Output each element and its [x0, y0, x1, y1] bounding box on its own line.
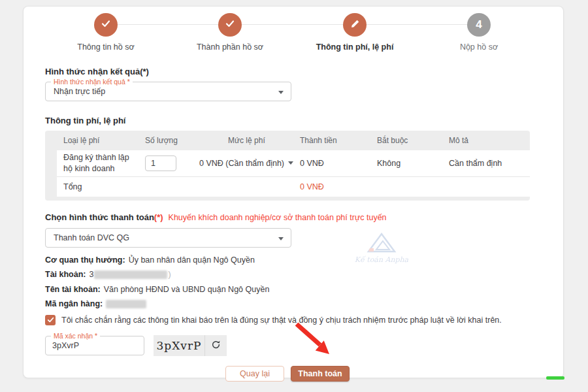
check-icon	[101, 18, 111, 31]
page: { "stepper": { "steps": [ { "label": "Th…	[0, 0, 588, 392]
amount-cell: 0 VNĐ	[293, 159, 370, 168]
col-header-required: Bắt buộc	[370, 136, 442, 145]
refresh-icon	[211, 340, 221, 352]
result-method-heading: Hình thức nhận kết quả(*)	[45, 67, 530, 76]
green-indicator-bar	[546, 376, 564, 380]
step-2-circle[interactable]	[218, 13, 242, 37]
beneficiary-info: Cơ quan thụ hưởng: Ủy ban nhân dân quận …	[45, 255, 530, 309]
quantity-input[interactable]	[145, 155, 176, 171]
result-method-select[interactable]: Hình thức nhận kết quả * Nhận trực tiếp	[45, 82, 291, 101]
payment-heading-row: Chọn hình thức thanh toán(*) Khuyến khíc…	[45, 212, 530, 222]
step-1-circle[interactable]	[94, 13, 118, 37]
col-header-quantity: Số lượng	[139, 136, 221, 145]
total-label: Tổng	[57, 182, 139, 191]
back-button[interactable]: Quay lại	[225, 366, 284, 382]
wizard-card: Thông tin hồ sơ Thành phần hồ sơ Thông t…	[23, 6, 564, 378]
fee-table-total-row: Tổng 0 VNĐ	[57, 177, 530, 197]
payment-note: Khuyến khích doanh nghiệp/cơ sở thanh to…	[169, 213, 387, 222]
step-thanh-phan-ho-so[interactable]: Thành phần hồ sơ	[174, 13, 286, 52]
step-4-label: Nộp hồ sơ	[423, 42, 534, 52]
total-value: 0 VNĐ	[293, 182, 370, 191]
step-3-label: Thông tin phí, lệ phí	[299, 42, 410, 52]
step-thong-tin-phi[interactable]: Thông tin phí, lệ phí	[299, 13, 410, 52]
captcha-field-label: Mã xác nhận *	[51, 332, 100, 340]
agency-value: Ủy ban nhân dân quận Ngô Quyền	[129, 255, 255, 265]
confirmation-checkbox[interactable]	[45, 315, 56, 325]
account-line: Tài khoản: 3 )	[45, 270, 530, 279]
col-header-fee-level: Mức lệ phí	[221, 136, 293, 145]
chevron-down-icon	[278, 237, 284, 240]
stepper: Thông tin hồ sơ Thành phần hồ sơ Thông t…	[24, 7, 563, 61]
required-cell: Không	[370, 159, 442, 168]
check-icon	[47, 314, 54, 326]
bank-code-line: Mã ngân hàng:	[45, 299, 530, 308]
step-4-number: 4	[476, 18, 482, 31]
pencil-icon	[350, 19, 360, 31]
account-prefix: 3	[90, 270, 94, 279]
account-name-label: Tên tài khoản:	[45, 285, 101, 294]
payment-method-heading: Chọn hình thức thanh toán(*)	[45, 212, 163, 222]
fee-section-heading: Thông tin phí, lệ phí	[45, 116, 530, 125]
result-method-value: Nhận trực tiếp	[54, 87, 105, 96]
chevron-down-icon	[278, 91, 284, 94]
fee-table: Loại lệ phí Số lượng Mức lệ phí Thành ti…	[45, 131, 530, 201]
agency-label: Cơ quan thụ hưởng:	[45, 255, 125, 265]
fee-level-select[interactable]: 0 VNĐ (Cần thẩm định)	[221, 159, 293, 168]
step-2-label: Thành phần hồ sơ	[174, 42, 286, 52]
agency-line: Cơ quan thụ hưởng: Ủy ban nhân dân quận …	[45, 255, 530, 265]
bank-code-label: Mã ngân hàng:	[45, 299, 103, 308]
action-buttons: Quay lại Thanh toán	[45, 366, 530, 382]
fee-level-value: 0 VNĐ (Cần thẩm định)	[199, 159, 284, 168]
account-number-redacted	[94, 270, 167, 279]
required-star: (*)	[154, 212, 163, 222]
confirmation-row: Tôi chắc chắn rằng các thông tin khai bá…	[45, 315, 530, 325]
step-thong-tin-ho-so[interactable]: Thông tin hồ sơ	[50, 13, 161, 52]
chevron-down-icon	[288, 161, 293, 165]
step-1-label: Thông tin hồ sơ	[50, 42, 161, 52]
account-label: Tài khoản:	[45, 270, 86, 279]
bank-code-redacted	[106, 300, 146, 308]
fee-table-row: Đăng ký thành lập hộ kinh doanh 0 VNĐ (C…	[57, 150, 530, 177]
captcha-image: 3pXvrP	[154, 335, 204, 356]
confirmation-text: Tôi chắc chắn rằng các thông tin khai bá…	[61, 315, 502, 325]
check-icon	[225, 18, 235, 31]
account-name-line: Tên tài khoản: Văn phòng HĐND và UBND qu…	[45, 285, 530, 294]
captcha-field: Mã xác nhận *	[45, 336, 144, 355]
step-nop-ho-so[interactable]: 4 Nộp hồ sơ	[423, 13, 534, 52]
step-3-circle[interactable]	[343, 13, 367, 37]
form-content: Hình thức nhận kết quả(*) Hình thức nhận…	[45, 67, 530, 382]
refresh-captcha-button[interactable]	[204, 335, 227, 356]
pay-button[interactable]: Thanh toán	[291, 366, 350, 382]
fee-table-header: Loại lệ phí Số lượng Mức lệ phí Thành ti…	[57, 131, 530, 150]
col-header-amount: Thành tiền	[293, 136, 370, 145]
captcha-row: Mã xác nhận * 3pXvrP	[45, 335, 530, 356]
col-header-description: Mô tả	[442, 136, 530, 145]
account-name-value: Văn phòng HĐND và UBND quận Ngô Quyền	[104, 285, 270, 294]
fee-type-cell: Đăng ký thành lập hộ kinh doanh	[57, 152, 139, 174]
result-method-field-label: Hình thức nhận kết quả *	[51, 78, 133, 86]
account-suffix: )	[168, 270, 171, 279]
step-4-circle[interactable]: 4	[467, 13, 491, 37]
col-header-fee-type: Loại lệ phí	[57, 136, 139, 145]
description-cell: Cần thẩm định	[442, 159, 530, 168]
payment-method-select[interactable]: Thanh toán DVC QG	[45, 228, 291, 248]
payment-method-value: Thanh toán DVC QG	[54, 233, 129, 242]
